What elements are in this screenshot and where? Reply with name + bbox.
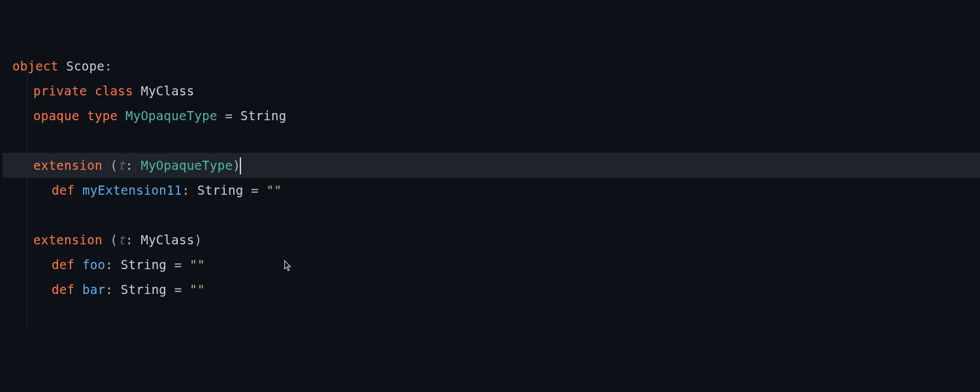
- code-line[interactable]: def bar: String = "": [3, 277, 980, 302]
- keyword-extension: extension: [33, 233, 103, 247]
- string-literal: "": [189, 282, 204, 297]
- identifier-scope: Scope: [66, 59, 105, 73]
- code-line[interactable]: def myExtension11: String = "": [3, 178, 980, 203]
- text-caret: [240, 157, 241, 174]
- type-string: String: [121, 282, 167, 297]
- type-myopaquetype: MyOpaqueType: [140, 158, 233, 172]
- keyword-def: def: [52, 257, 74, 272]
- type-myclass: MyClass: [140, 233, 194, 247]
- keyword-object: object: [12, 59, 58, 73]
- string-literal: "": [267, 183, 282, 197]
- keyword-private: private: [33, 84, 87, 98]
- param-t: t: [118, 233, 125, 247]
- keyword-type: type: [87, 108, 118, 123]
- method-foo: foo: [82, 257, 105, 272]
- param-t: t: [118, 158, 125, 172]
- code-line-empty[interactable]: [3, 203, 980, 227]
- type-myopaquetype: MyOpaqueType: [125, 108, 218, 123]
- code-line[interactable]: extension (t: MyClass): [3, 227, 980, 252]
- code-line[interactable]: opaque type MyOpaqueType = String: [3, 103, 980, 128]
- keyword-def: def: [52, 183, 74, 197]
- code-editor[interactable]: object Scope: private class MyClass opaq…: [0, 0, 980, 392]
- type-string: String: [121, 257, 167, 272]
- keyword-def: def: [52, 282, 74, 297]
- code-line[interactable]: object Scope:: [3, 54, 980, 78]
- keyword-opaque: opaque: [33, 108, 79, 123]
- type-string: String: [240, 108, 286, 123]
- code-line[interactable]: private class MyClass: [3, 78, 980, 103]
- code-line-highlighted[interactable]: extension (t: MyOpaqueType): [3, 153, 980, 178]
- string-literal: "": [189, 257, 204, 272]
- method-myextension11: myExtension11: [82, 183, 182, 197]
- code-line[interactable]: def foo: String = "": [3, 252, 980, 277]
- keyword-extension: extension: [33, 158, 103, 172]
- type-string: String: [197, 183, 243, 197]
- code-line-empty[interactable]: [3, 128, 980, 153]
- keyword-class: class: [95, 84, 133, 98]
- identifier-myclass: MyClass: [140, 84, 194, 98]
- method-bar: bar: [82, 282, 105, 297]
